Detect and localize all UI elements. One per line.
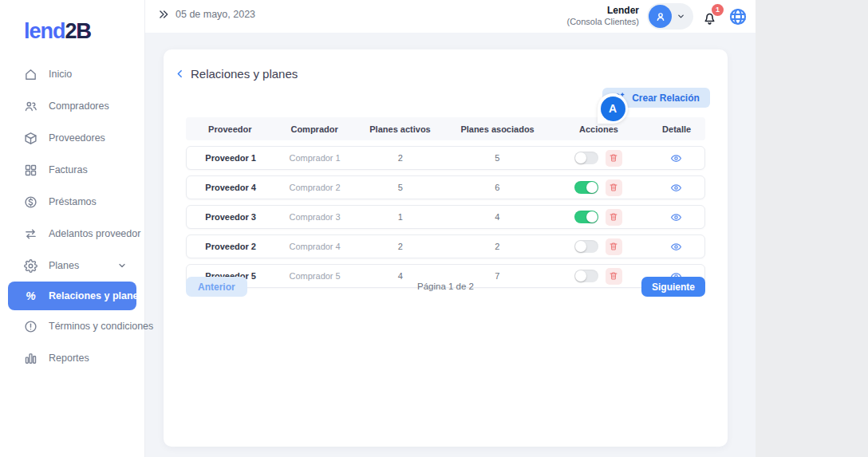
cell-planes-asociados: 2 xyxy=(445,242,549,251)
cell-planes-asociados: 4 xyxy=(445,212,549,222)
next-page-button[interactable]: Siguiente xyxy=(641,277,705,297)
page-info: Página 1 de 2 xyxy=(186,282,705,291)
topbar: 05 de mayo, 2023 Lender (Consola Cliente… xyxy=(145,0,756,33)
eye-icon xyxy=(670,211,682,223)
sidebar-item-label: Planes xyxy=(49,260,79,271)
table-row: Proveedor 2 Comprador 4 2 2 xyxy=(186,234,705,258)
cell-acciones xyxy=(549,150,647,167)
cell-comprador: Comprador 4 xyxy=(274,242,355,251)
view-detail-button[interactable] xyxy=(670,211,682,223)
box-icon xyxy=(24,132,37,145)
view-detail-button[interactable] xyxy=(670,182,682,194)
sidebar-item-inicio[interactable]: Inicio xyxy=(0,58,144,90)
sidebar-item-label: Proveedores xyxy=(49,132,105,144)
chevron-down-icon xyxy=(677,12,685,21)
user-role: Lender xyxy=(567,5,639,17)
date-group: 05 de mayo, 2023 xyxy=(158,9,255,20)
chevron-down-icon xyxy=(117,261,127,270)
page-header: Relaciones y planes xyxy=(175,67,298,81)
header-comprador: Comprador xyxy=(274,124,355,134)
users-icon xyxy=(24,100,37,113)
sidebar-item-label: Reportes xyxy=(49,353,89,364)
sidebar: lend2BB Inicio Compradores Proveedores F… xyxy=(0,0,145,457)
sidebar-nav: Inicio Compradores Proveedores Facturas … xyxy=(0,58,144,374)
app-window: lend2BB Inicio Compradores Proveedores F… xyxy=(0,0,756,457)
pagination: Anterior Página 1 de 2 Siguiente xyxy=(186,277,705,297)
cell-comprador: Comprador 1 xyxy=(274,153,355,163)
cell-planes-activos: 1 xyxy=(355,212,446,222)
annotation-marker-a[interactable]: A xyxy=(598,93,628,124)
gear-icon xyxy=(24,259,37,273)
sidebar-item-terminos-y-condiciones[interactable]: Términos y condiciones xyxy=(0,310,144,342)
relation-toggle[interactable] xyxy=(574,181,598,194)
page-title: Relaciones y planes xyxy=(191,67,298,81)
sidebar-item-label: Compradores xyxy=(49,100,109,112)
cell-detalle xyxy=(648,182,704,194)
notification-badge: 1 xyxy=(712,4,724,16)
language-globe-button[interactable] xyxy=(728,7,748,26)
sidebar-item-label: Términos y condiciones xyxy=(49,321,153,332)
sidebar-item-reportes[interactable]: Reportes xyxy=(0,342,144,374)
logo-text-primary: lend xyxy=(24,19,65,43)
sidebar-item-proveedores[interactable]: Proveedores xyxy=(0,122,144,154)
sidebar-item-label: Inicio xyxy=(49,69,72,80)
back-chevron-icon[interactable] xyxy=(175,69,185,79)
table-row: Proveedor 1 Comprador 1 2 5 xyxy=(186,146,705,170)
topbar-right: Lender (Consola Clientes) 1 xyxy=(567,3,748,30)
bar-chart-icon xyxy=(24,352,37,365)
cell-planes-asociados: 5 xyxy=(445,153,549,163)
grid-icon xyxy=(24,163,37,177)
delete-relation-button[interactable] xyxy=(606,209,622,226)
globe-icon xyxy=(728,7,748,26)
sidebar-item-label: Facturas xyxy=(49,164,88,175)
delete-relation-button[interactable] xyxy=(606,179,622,196)
cell-planes-activos: 2 xyxy=(355,153,446,163)
table-row: Proveedor 4 Comprador 2 5 6 xyxy=(186,175,705,199)
transfer-arrows-icon xyxy=(24,227,37,241)
account-menu-button[interactable] xyxy=(647,3,693,30)
cell-proveedor: Proveedor 2 xyxy=(187,242,274,251)
brand-logo[interactable]: lend2BB xyxy=(0,0,144,44)
home-icon xyxy=(24,68,37,81)
cell-detalle xyxy=(648,152,704,164)
notifications-button[interactable]: 1 xyxy=(701,6,720,27)
header-planes-asociados: Planes asociados xyxy=(445,124,549,134)
trash-icon xyxy=(609,242,618,251)
relation-toggle[interactable] xyxy=(574,152,598,164)
logo-text-secondary: 2B xyxy=(65,19,92,43)
annotation-marker-label: A xyxy=(601,97,625,121)
delete-relation-button[interactable] xyxy=(606,238,622,255)
sidebar-item-facturas[interactable]: Facturas xyxy=(0,154,144,186)
user-label: Lender (Consola Clientes) xyxy=(567,5,639,28)
cell-proveedor: Proveedor 1 xyxy=(187,153,274,163)
percent-icon: % xyxy=(24,290,37,303)
content-card: Relaciones y planes Crear Relación A Pro… xyxy=(164,49,728,447)
delete-relation-button[interactable] xyxy=(606,150,622,167)
sidebar-item-compradores[interactable]: Compradores xyxy=(0,90,144,122)
dollar-circle-icon xyxy=(24,195,37,209)
cell-acciones xyxy=(549,209,647,226)
relation-toggle[interactable] xyxy=(574,240,598,253)
sidebar-item-adelantos-proveedor[interactable]: Adelantos proveedor xyxy=(0,218,144,250)
cell-planes-asociados: 6 xyxy=(445,183,549,192)
create-relation-label: Crear Relación xyxy=(632,93,700,104)
sidebar-item-planes[interactable]: Planes xyxy=(0,250,144,282)
current-date: 05 de mayo, 2023 xyxy=(176,9,255,20)
cell-proveedor: Proveedor 3 xyxy=(187,212,274,222)
sidebar-item-prestamos[interactable]: Préstamos xyxy=(0,186,144,218)
relation-toggle[interactable] xyxy=(574,211,598,223)
table-header-row: Proveedor Comprador Planes activos Plane… xyxy=(186,117,705,140)
sidebar-item-relaciones-y-planes[interactable]: % Relaciones y planes xyxy=(8,282,136,310)
trash-icon xyxy=(609,153,618,163)
cell-detalle xyxy=(648,241,704,253)
view-detail-button[interactable] xyxy=(670,241,682,253)
view-detail-button[interactable] xyxy=(670,152,682,164)
eye-icon xyxy=(670,182,682,194)
cell-acciones xyxy=(549,179,647,196)
double-chevron-right-icon[interactable] xyxy=(158,9,169,20)
cell-detalle xyxy=(648,211,704,223)
relations-table: Proveedor Comprador Planes activos Plane… xyxy=(186,117,705,288)
cell-comprador: Comprador 3 xyxy=(274,212,355,222)
alert-circle-icon xyxy=(24,320,37,333)
header-detalle: Detalle xyxy=(648,124,705,134)
